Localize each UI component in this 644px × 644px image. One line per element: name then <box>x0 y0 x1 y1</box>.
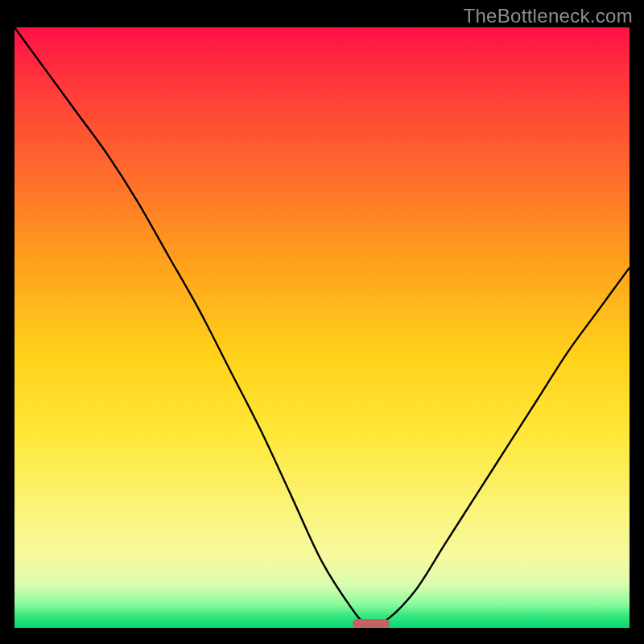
optimal-point-marker <box>353 619 390 628</box>
watermark-text: TheBottleneck.com <box>463 5 633 27</box>
curve-path <box>14 27 630 625</box>
chart-stage: TheBottleneck.com <box>0 0 644 644</box>
bottleneck-curve <box>0 0 644 644</box>
